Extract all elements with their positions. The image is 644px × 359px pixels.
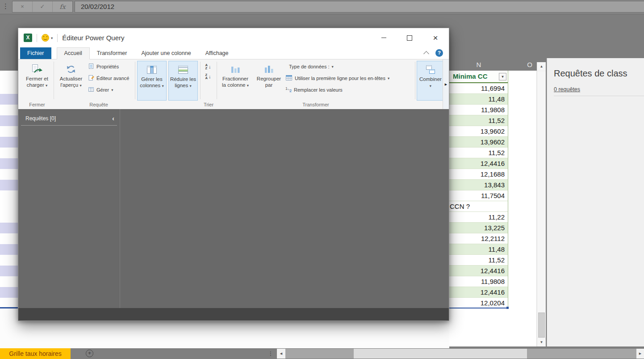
data-type-dropdown[interactable]: Type de données : ▾ xyxy=(289,63,334,71)
maximize-button[interactable] xyxy=(400,28,419,47)
dialog-title: Éditeur Power Query xyxy=(62,34,124,42)
table-cell[interactable]: 11,6994 xyxy=(449,83,508,94)
scroll-up-icon[interactable]: ▲ xyxy=(537,62,546,71)
horizontal-scroll-thumb[interactable] xyxy=(354,349,527,359)
button-label: Remplacer les valeurs xyxy=(294,87,343,93)
row-stripe xyxy=(0,233,20,244)
smiley-icon[interactable] xyxy=(42,34,49,42)
minimize-icon xyxy=(381,38,386,38)
excel-window: ⋮ × ✓ fx 20/02/2012 N O Minima CC ▾ 11,6… xyxy=(0,0,644,359)
table-cell[interactable]: 11,9808 xyxy=(449,105,508,115)
table-cell[interactable]: 11,52 xyxy=(449,148,508,158)
ribbon-overflow-icon[interactable]: ▶ xyxy=(443,59,449,110)
tab-accueil[interactable]: Accueil xyxy=(57,47,90,59)
sheet-tab-grille-taux-horaires[interactable]: Grille taux horaires xyxy=(0,348,71,359)
row-stripe xyxy=(0,276,20,287)
queries-sidebar-header: Requêtes [0] ‹ xyxy=(21,114,117,126)
group-label-transformer: Transformer xyxy=(218,102,413,107)
advanced-editor-button[interactable]: Éditeur avancé xyxy=(88,74,129,82)
table-cell[interactable]: 12,4416 xyxy=(449,287,508,298)
filter-icon[interactable]: ▾ xyxy=(499,73,506,80)
table-cell[interactable]: 11,52 xyxy=(449,115,508,126)
table-cell[interactable]: 13,9602 xyxy=(449,126,508,137)
group-separator xyxy=(217,62,217,99)
refresh-icon xyxy=(56,63,86,76)
collapse-ribbon-icon[interactable] xyxy=(423,51,429,57)
table-cell[interactable]: 12,4416 xyxy=(449,158,508,169)
manage-columns-button[interactable]: Gérer les colonnes ▾ xyxy=(137,61,167,101)
manage-button[interactable]: Gérer ▾ xyxy=(88,86,113,94)
table-cell[interactable]: CCN ? xyxy=(449,201,508,212)
vertical-scroll-thumb[interactable] xyxy=(538,313,545,338)
column-header-n[interactable]: N xyxy=(449,59,508,71)
queries-count-tab[interactable]: 0 requêtes xyxy=(554,86,580,93)
dialog-content-area: Requêtes [0] ‹ xyxy=(18,109,449,309)
sort-descending-button[interactable]: ZA ↓ xyxy=(202,72,214,81)
table-cell[interactable]: 11,9808 xyxy=(449,276,508,287)
table-cell[interactable]: 12,0204 xyxy=(449,298,508,308)
table-cell[interactable]: 13,9602 xyxy=(449,137,508,148)
dropdown-caret-icon: ▾ xyxy=(79,83,81,88)
close-and-load-button[interactable]: Fermer et charger ▾ xyxy=(21,61,53,101)
first-row-headers-button[interactable]: Utiliser la première ligne pour les en-t… xyxy=(285,74,389,82)
table-cell[interactable]: 11,7504 xyxy=(449,190,508,201)
table-cell[interactable]: 12,2112 xyxy=(449,233,508,244)
row-stripe-header xyxy=(0,71,20,83)
grip-icon[interactable]: ⋮ xyxy=(2,2,9,10)
dropdown-caret-icon[interactable]: ▾ xyxy=(51,36,53,40)
table-cell[interactable]: 11,48 xyxy=(449,244,508,255)
scroll-left-icon[interactable]: ◀ xyxy=(277,349,285,359)
enter-icon[interactable]: ✓ xyxy=(33,1,53,12)
table-column-n: Minima CC ▾ 11,699411,4811,980811,5213,9… xyxy=(449,71,508,308)
sheet-area: N O Minima CC ▾ 11,699411,4811,980811,52… xyxy=(449,59,537,346)
help-icon[interactable]: ? xyxy=(435,49,443,57)
table-cell[interactable]: 12,1688 xyxy=(449,169,508,180)
panel-title: Requêtes de class xyxy=(554,68,644,79)
sort-za-icon: ZA xyxy=(205,73,208,80)
sort-group: AZ ↓ ZA ↓ xyxy=(202,62,214,81)
queries-connections-panel: Requêtes de class 0 requêtes xyxy=(547,58,644,346)
table-cell[interactable]: 13,225 xyxy=(449,223,508,233)
tab-options-icon[interactable]: ⋮ xyxy=(268,348,273,359)
group-by-button[interactable]: Regrouper par xyxy=(254,61,284,101)
titlebar-divider xyxy=(37,34,37,42)
add-sheet-button[interactable]: + xyxy=(86,350,93,357)
queries-sidebar: Requêtes [0] ‹ xyxy=(18,109,120,309)
minimize-button[interactable] xyxy=(374,28,393,47)
tab-affichage[interactable]: Affichage xyxy=(198,47,236,59)
replace-values-button[interactable]: 12 Remplacer les valeurs xyxy=(285,86,343,94)
table-header-label: Minima CC xyxy=(453,72,488,80)
split-column-button[interactable]: Fractionner la colonne ▾ xyxy=(218,61,252,101)
queries-panel-label: Requêtes [0] xyxy=(25,115,56,122)
left-row-strip xyxy=(0,71,20,308)
properties-button[interactable]: Propriétés xyxy=(88,63,119,71)
row-stripe xyxy=(0,255,20,266)
maximize-icon xyxy=(407,35,412,41)
scroll-right-icon[interactable]: ▶ xyxy=(636,349,644,359)
panel-divider xyxy=(554,96,644,96)
table-header-cell[interactable]: Minima CC ▾ xyxy=(449,71,508,83)
horizontal-scrollbar[interactable] xyxy=(285,349,636,359)
collapse-panel-icon[interactable]: ‹ xyxy=(112,115,114,122)
tab-fichier[interactable]: Fichier xyxy=(20,47,51,59)
table-cell[interactable]: 12,4416 xyxy=(449,266,508,276)
table-cell[interactable]: 11,48 xyxy=(449,94,508,105)
reduce-rows-button[interactable]: Réduire les lignes ▾ xyxy=(168,61,198,101)
combine-button[interactable]: Combiner ▾ xyxy=(417,61,444,101)
refresh-preview-button[interactable]: Actualiser l'aperçu ▾ xyxy=(56,61,86,101)
table-cell[interactable]: 13,843 xyxy=(449,180,508,190)
scroll-down-icon[interactable]: ▼ xyxy=(537,338,546,346)
table-cell[interactable]: 11,22 xyxy=(449,212,508,223)
formula-bar-input[interactable]: 20/02/2012 xyxy=(75,1,644,13)
cancel-icon[interactable]: × xyxy=(13,1,33,12)
tab-transformer[interactable]: Transformer xyxy=(90,47,134,59)
button-label: Utiliser la première ligne pour les en-t… xyxy=(295,76,385,81)
sort-ascending-button[interactable]: AZ ↓ xyxy=(202,62,214,72)
insert-function-icon[interactable]: fx xyxy=(53,1,72,12)
tab-ajouter-une-colonne[interactable]: Ajouter une colonne xyxy=(134,47,198,59)
group-label-trier: Trier xyxy=(199,102,218,107)
close-button[interactable]: × xyxy=(426,28,445,47)
vertical-scrollbar[interactable]: ▲ ▼ xyxy=(537,62,546,346)
button-label: par xyxy=(254,82,284,89)
table-cell[interactable]: 11,52 xyxy=(449,255,508,266)
